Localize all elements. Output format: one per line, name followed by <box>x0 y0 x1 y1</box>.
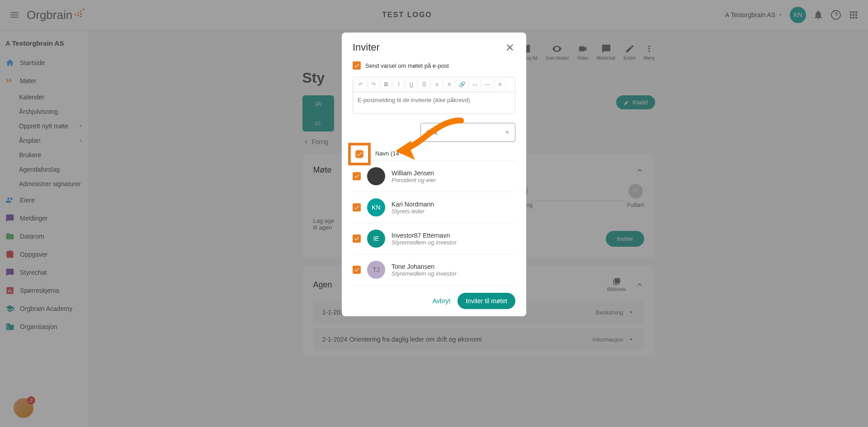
person-row: IE Investor87 Etternavn Styremedlem og i… <box>353 223 515 254</box>
email-message-input[interactable] <box>353 92 515 114</box>
invite-submit-button[interactable]: Inviter til møtet <box>458 293 515 309</box>
person-row: TJ Tone Johansen Styremedlem og investor <box>353 254 515 286</box>
person-checkbox[interactable] <box>353 203 361 211</box>
person-avatar: KN <box>367 198 385 216</box>
close-icon[interactable] <box>505 42 515 53</box>
email-notify-row: Send varsel om møtet på e-post <box>353 58 515 73</box>
modal-title: Inviter <box>353 42 380 53</box>
person-checkbox[interactable] <box>353 235 361 243</box>
search-input[interactable] <box>426 129 505 136</box>
list-header: Navn (14 <box>353 146 515 161</box>
person-row: William Jensen President og eier <box>353 161 515 192</box>
modal-overlay[interactable]: Inviter Send varsel om møtet på e-post ↶… <box>0 0 868 427</box>
redo-btn[interactable]: ↷ <box>368 79 379 90</box>
undo-btn[interactable]: ↶ <box>355 79 367 90</box>
image-btn[interactable]: ▭ <box>469 79 481 90</box>
person-avatar: IE <box>367 230 385 248</box>
select-all-checkbox[interactable] <box>354 149 364 159</box>
cancel-button[interactable]: Avbryt <box>433 297 450 305</box>
search-box <box>420 123 515 142</box>
numlist-btn[interactable]: ≡ <box>431 79 443 90</box>
link-btn[interactable]: 🔗 <box>456 79 468 90</box>
color-btn[interactable]: A <box>443 79 455 90</box>
person-avatar <box>367 167 385 185</box>
bold-btn[interactable]: B <box>380 79 392 90</box>
list-btn[interactable]: ☰ <box>418 79 430 90</box>
select-all-highlight <box>348 143 371 165</box>
hr-btn[interactable]: — <box>481 79 493 90</box>
clear-btn[interactable]: ✕ <box>494 79 506 90</box>
invite-modal: Inviter Send varsel om møtet på e-post ↶… <box>342 33 526 316</box>
search-icon <box>505 128 509 137</box>
person-checkbox[interactable] <box>353 266 361 274</box>
underline-btn[interactable]: U <box>406 79 417 90</box>
person-checkbox[interactable] <box>353 172 361 180</box>
editor-toolbar: ↶ ↷ B I U ☰ ≡ A 🔗 ▭ — ✕ <box>353 77 515 92</box>
italic-btn[interactable]: I <box>393 79 405 90</box>
person-row: KN Kari Nordmann Styrets leder <box>353 192 515 223</box>
person-avatar: TJ <box>367 261 385 279</box>
email-notify-checkbox[interactable] <box>353 61 361 70</box>
